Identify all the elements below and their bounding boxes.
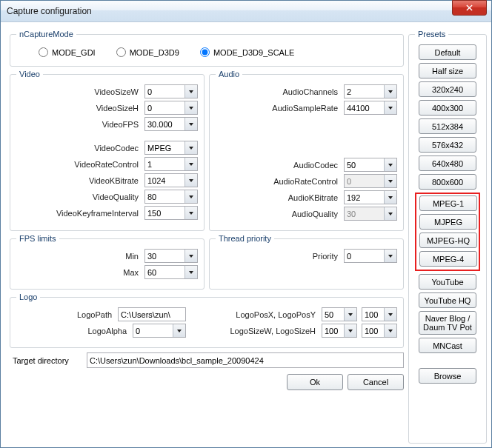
thread-priority-group: Thread priority Priority	[209, 234, 404, 290]
preset-800x600-button[interactable]: 800x600	[419, 174, 476, 190]
thread-priority-legend: Thread priority	[216, 234, 274, 243]
close-icon	[466, 4, 473, 11]
fps-min-input[interactable]	[144, 249, 198, 263]
fps-limits-group: FPS limits Min Max	[10, 234, 205, 290]
chevron-down-icon[interactable]	[344, 308, 356, 321]
video-kbitrate-label: VideoKBitrate	[16, 176, 140, 185]
chevron-down-icon[interactable]	[184, 118, 197, 130]
preset-mjpeg-button[interactable]: MJPEG	[419, 214, 477, 230]
mode-d3d9-radio[interactable]: MODE_D3D9	[116, 47, 179, 57]
logo-sizew-input[interactable]	[322, 324, 357, 338]
chevron-down-icon[interactable]	[384, 250, 396, 262]
preset-naver-daum-button[interactable]: Naver Blog / Daum TV Pot	[419, 311, 476, 335]
preset-mncast-button[interactable]: MNCast	[419, 338, 476, 353]
audio-ratectl-label: AudioRateControl	[216, 177, 339, 186]
chevron-down-icon[interactable]	[184, 190, 197, 203]
preset-mpeg-4-button[interactable]: MPEG-4	[419, 251, 477, 267]
video-legend: Video	[16, 70, 43, 78]
audio-codec-input[interactable]	[344, 158, 397, 172]
preset-576x432-button[interactable]: 576x432	[419, 137, 476, 153]
fps-max-input[interactable]	[144, 265, 198, 279]
preset-half-size-button[interactable]: Half size	[419, 63, 476, 78]
video-group: Video VideoSizeW VideoSizeH VideoFPS Vid…	[10, 70, 205, 231]
video-fps-input[interactable]	[144, 117, 198, 131]
chevron-down-icon[interactable]	[384, 191, 396, 204]
preset-400x300-button[interactable]: 400x300	[419, 100, 476, 116]
chevron-down-icon[interactable]	[384, 101, 396, 114]
logo-posx-input[interactable]	[322, 307, 357, 321]
chevron-down-icon[interactable]	[184, 85, 197, 98]
audio-samplerate-label: AudioSampleRate	[216, 104, 339, 113]
priority-label: Priority	[216, 252, 339, 261]
audio-channels-label: AudioChannels	[216, 87, 339, 96]
fps-limits-legend: FPS limits	[16, 234, 59, 243]
video-fps-label: VideoFPS	[16, 120, 140, 129]
titlebar: Capture configuration	[1, 1, 491, 22]
mode-gdi-radio[interactable]: MODE_GDI	[39, 47, 96, 57]
audio-quality-input	[344, 207, 397, 221]
chevron-down-icon[interactable]	[344, 324, 356, 337]
target-dir-input[interactable]	[87, 352, 404, 368]
target-dir-label: Target directory	[10, 356, 81, 365]
video-keyframe-input[interactable]	[144, 206, 198, 220]
video-sizew-input[interactable]	[144, 84, 198, 98]
fps-max-label: Max	[16, 268, 140, 277]
video-keyframe-label: VideoKeyframeInterval	[16, 209, 140, 218]
preset-youtube-hq-button[interactable]: YouTube HQ	[419, 292, 476, 308]
video-ratectl-label: VideoRateControl	[16, 160, 140, 169]
preset-mjpeg-hq-button[interactable]: MJPEG-HQ	[419, 233, 477, 248]
chevron-down-icon[interactable]	[384, 158, 396, 171]
chevron-down-icon[interactable]	[184, 141, 197, 154]
cancel-button[interactable]: Cancel	[348, 374, 404, 390]
chevron-down-icon[interactable]	[384, 324, 396, 337]
highlighted-presets: MPEG-1MJPEGMJPEG-HQMPEG-4	[415, 193, 480, 271]
audio-quality-label: AudioQuality	[216, 210, 339, 218]
preset-mpeg-1-button[interactable]: MPEG-1	[419, 195, 477, 211]
logo-alpha-input[interactable]	[133, 324, 186, 338]
capture-config-window: Capture configuration nCaptureMode MODE_…	[0, 0, 492, 448]
logo-group: Logo LogoPath LogoAlpha LogoPosX, LogoPo…	[10, 292, 404, 348]
preset-512x384-button[interactable]: 512x384	[419, 118, 476, 134]
logo-posy-input[interactable]	[362, 307, 397, 321]
chevron-down-icon[interactable]	[184, 158, 197, 170]
preset-youtube-button[interactable]: YouTube	[419, 274, 476, 290]
video-kbitrate-input[interactable]	[144, 173, 198, 187]
audio-ratectl-input	[344, 174, 397, 188]
video-sizeh-input[interactable]	[144, 101, 198, 115]
audio-channels-input[interactable]	[344, 84, 397, 98]
logo-legend: Logo	[16, 292, 40, 301]
chevron-down-icon[interactable]	[184, 207, 197, 219]
chevron-down-icon[interactable]	[184, 174, 197, 187]
audio-group: Audio AudioChannels AudioSampleRate Audi…	[209, 70, 404, 231]
browse-button[interactable]: Browse	[419, 368, 476, 384]
preset-320x240-button[interactable]: 320x240	[419, 81, 476, 97]
preset-640x480-button[interactable]: 640x480	[419, 156, 476, 171]
logo-sizeh-input[interactable]	[362, 324, 397, 338]
chevron-down-icon[interactable]	[184, 101, 197, 114]
logo-size-label: LogoSizeW, LogoSizeH	[193, 327, 317, 335]
video-sizeh-label: VideoSizeH	[16, 104, 140, 113]
capture-mode-legend: nCaptureMode	[16, 30, 76, 39]
video-quality-input[interactable]	[144, 190, 198, 204]
video-codec-input[interactable]	[144, 141, 198, 155]
audio-kbitrate-input[interactable]	[344, 190, 397, 204]
chevron-down-icon	[384, 207, 396, 220]
preset-default-button[interactable]: Default	[419, 44, 476, 60]
priority-input[interactable]	[344, 249, 397, 263]
video-codec-label: VideoCodec	[16, 144, 140, 153]
close-button[interactable]	[452, 0, 487, 16]
chevron-down-icon[interactable]	[173, 324, 185, 337]
chevron-down-icon[interactable]	[384, 308, 396, 321]
ok-button[interactable]: Ok	[287, 374, 343, 390]
audio-samplerate-input[interactable]	[344, 101, 397, 115]
logo-path-input[interactable]	[118, 307, 186, 321]
window-title: Capture configuration	[7, 6, 452, 16]
chevron-down-icon[interactable]	[184, 250, 197, 262]
mode-d3d9-scale-radio[interactable]: MODE_D3D9_SCALE	[200, 47, 294, 57]
video-ratectl-input[interactable]	[144, 157, 198, 171]
chevron-down-icon[interactable]	[184, 266, 197, 278]
video-sizew-label: VideoSizeW	[16, 87, 140, 96]
chevron-down-icon[interactable]	[384, 85, 396, 98]
video-quality-label: VideoQuality	[16, 193, 140, 201]
fps-min-label: Min	[16, 252, 140, 261]
